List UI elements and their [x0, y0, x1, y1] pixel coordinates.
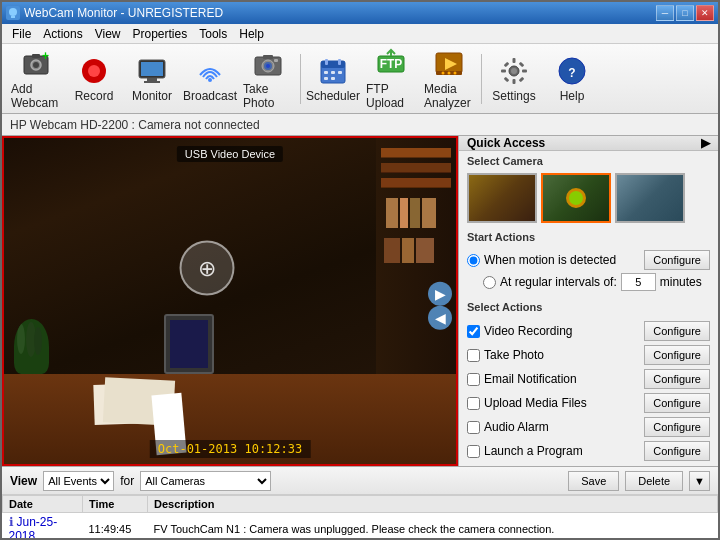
camera-status-bar: HP Webcam HD-2200 : Camera not connected [2, 114, 718, 136]
for-label: for [120, 474, 134, 488]
svg-point-8 [88, 65, 100, 77]
device-label: USB Video Device [177, 146, 283, 162]
nav-next-button[interactable]: ▶ [428, 282, 452, 306]
svg-rect-10 [141, 62, 163, 76]
svg-rect-45 [519, 61, 525, 67]
navigation-overlay: ⊕ [180, 241, 235, 296]
svg-rect-18 [263, 55, 273, 59]
scheduler-button[interactable]: Scheduler [305, 50, 361, 108]
interval-value-input[interactable] [621, 273, 656, 291]
app-icon [6, 6, 20, 20]
video-recording-checkbox[interactable] [467, 325, 480, 338]
action-row-upload: Upload Media Files Configure [467, 391, 710, 415]
window-title: WebCam Monitor - UNREGISTERED [24, 6, 223, 20]
delete-log-button[interactable]: Delete [625, 471, 683, 491]
select-camera-label: Select Camera [459, 151, 718, 169]
take-photo-checkbox[interactable] [467, 349, 480, 362]
motion-configure-button[interactable]: Configure [644, 250, 710, 270]
maximize-button[interactable]: □ [676, 5, 694, 21]
col-time: Time [83, 496, 148, 513]
monitor-button[interactable]: Monitor [124, 50, 180, 108]
video-feed: USB Video Device [4, 138, 456, 464]
camera-thumbnails [459, 169, 718, 227]
record-label: Record [75, 89, 114, 103]
email-configure-button[interactable]: Configure [644, 369, 710, 389]
camera-thumb-1[interactable] [467, 173, 537, 223]
ftp-icon: FTP [375, 48, 407, 80]
motion-radio[interactable] [467, 254, 480, 267]
settings-button[interactable]: Settings [486, 50, 542, 108]
broadcast-button[interactable]: Broadcast [182, 50, 238, 108]
svg-point-0 [9, 8, 17, 16]
menu-view[interactable]: View [89, 25, 127, 43]
quick-access-title: Quick Access [467, 136, 545, 150]
media-icon [433, 48, 465, 80]
event-filter-select[interactable]: All Events Errors Warnings Info [43, 471, 114, 491]
add-webcam-button[interactable]: + Add Webcam [8, 50, 64, 108]
svg-rect-25 [331, 71, 335, 74]
log-date-1: ℹJun-25-2018 [3, 513, 83, 541]
media-analyzer-label: Media Analyzer [424, 82, 474, 110]
action-row-email: Email Notification Configure [467, 367, 710, 391]
take-photo-button[interactable]: Take Photo [240, 50, 296, 108]
menu-properties[interactable]: Properties [127, 25, 194, 43]
help-button[interactable]: ? Help [544, 50, 600, 108]
interval-radio[interactable] [483, 276, 496, 289]
monitor-icon [136, 55, 168, 87]
svg-rect-47 [519, 76, 525, 82]
media-analyzer-button[interactable]: Media Analyzer [421, 50, 477, 108]
svg-point-39 [511, 68, 517, 74]
nav-prev-button[interactable]: ◀ [428, 306, 452, 330]
window-controls: ─ □ ✕ [656, 5, 714, 21]
help-label: Help [560, 89, 585, 103]
upload-configure-button[interactable]: Configure [644, 393, 710, 413]
menu-file[interactable]: File [6, 25, 37, 43]
svg-point-4 [33, 62, 39, 68]
camera-thumb-3[interactable] [615, 173, 685, 223]
minimize-button[interactable]: ─ [656, 5, 674, 21]
svg-point-35 [442, 71, 445, 74]
menu-bar: File Actions View Properties Tools Help [2, 24, 718, 44]
upload-media-label: Upload Media Files [484, 396, 587, 410]
launch-program-checkbox[interactable] [467, 445, 480, 458]
toolbar-separator-1 [300, 54, 301, 104]
quick-access-panel: Quick Access ▶ Select Camera Start Actio… [458, 136, 718, 466]
email-notification-checkbox[interactable] [467, 373, 480, 386]
action-row-video: Video Recording Configure [467, 319, 710, 343]
menu-tools[interactable]: Tools [193, 25, 233, 43]
add-webcam-label: Add Webcam [11, 82, 61, 110]
save-log-button[interactable]: Save [568, 471, 619, 491]
log-expand-button[interactable]: ▼ [689, 471, 710, 491]
svg-rect-43 [522, 69, 527, 72]
camera-filter-select[interactable]: All Cameras HP Webcam HD-2200 FV TouchCa… [140, 471, 271, 491]
svg-text:?: ? [568, 66, 575, 80]
svg-rect-5 [32, 54, 40, 58]
quick-access-expand-icon[interactable]: ▶ [701, 136, 710, 150]
ftp-upload-label: FTP Upload [366, 82, 416, 110]
svg-rect-21 [321, 61, 345, 68]
take-photo-configure-button[interactable]: Configure [644, 345, 710, 365]
camera-thumb-2[interactable] [541, 173, 611, 223]
quick-access-header: Quick Access ▶ [459, 136, 718, 151]
record-button[interactable]: Record [66, 50, 122, 108]
launch-configure-button[interactable]: Configure [644, 441, 710, 461]
svg-rect-12 [144, 81, 160, 83]
interval-unit: minutes [660, 275, 702, 289]
svg-rect-42 [501, 69, 506, 72]
close-button[interactable]: ✕ [696, 5, 714, 21]
action-row-audio: Audio Alarm Configure [467, 415, 710, 439]
broadcast-icon [194, 55, 226, 87]
monitor-label: Monitor [132, 89, 172, 103]
upload-media-checkbox[interactable] [467, 397, 480, 410]
take-photo-action-label: Take Photo [484, 348, 544, 362]
log-area: View All Events Errors Warnings Info for… [2, 466, 718, 540]
video-recording-configure-button[interactable]: Configure [644, 321, 710, 341]
menu-help[interactable]: Help [233, 25, 270, 43]
audio-configure-button[interactable]: Configure [644, 417, 710, 437]
select-actions-section: Video Recording Configure Take Photo Con… [459, 315, 718, 466]
menu-actions[interactable]: Actions [37, 25, 88, 43]
action-row-photo: Take Photo Configure [467, 343, 710, 367]
ftp-upload-button[interactable]: FTP FTP Upload [363, 50, 419, 108]
audio-alarm-checkbox[interactable] [467, 421, 480, 434]
svg-rect-22 [325, 59, 328, 65]
